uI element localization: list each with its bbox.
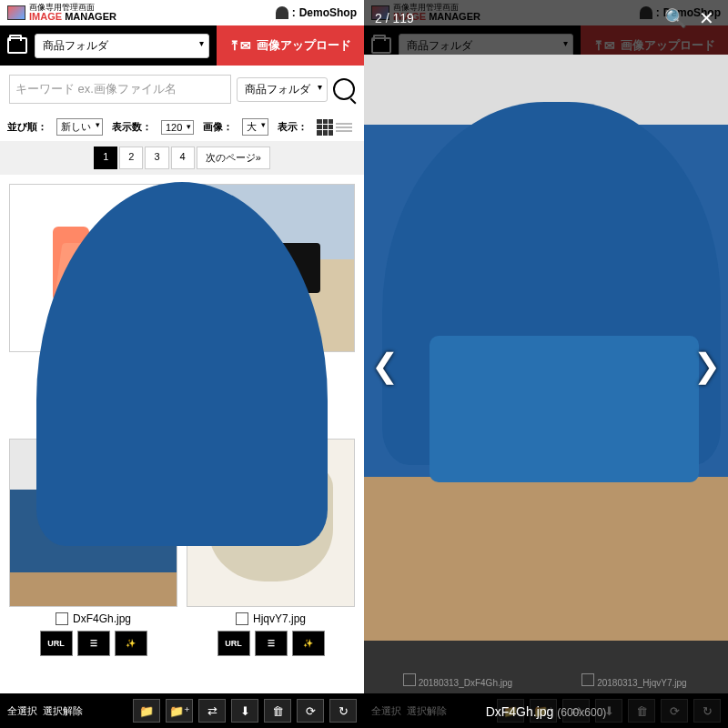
search-input[interactable]: キーワード ex.画像ファイル名 bbox=[9, 75, 231, 104]
thumbnail[interactable] bbox=[9, 439, 177, 607]
count-label: 表示数： bbox=[112, 120, 152, 134]
zoom-icon[interactable]: 🔍 bbox=[664, 7, 686, 29]
footer-rotate-button[interactable]: ↻ bbox=[329, 699, 357, 723]
footer-refresh-button[interactable]: ⟳ bbox=[297, 699, 324, 723]
list-view-icon[interactable] bbox=[336, 119, 352, 136]
size-select[interactable]: 大 bbox=[242, 118, 268, 136]
footer-download-button[interactable]: ⬇ bbox=[231, 699, 258, 723]
lightbox-image bbox=[364, 55, 728, 641]
view-label: 表示： bbox=[278, 120, 308, 134]
user-label: : DemoShop bbox=[276, 6, 357, 19]
count-select[interactable]: 120 bbox=[161, 120, 194, 135]
sort-select[interactable]: 新しい bbox=[56, 118, 103, 136]
app-logo: 画像専用管理画面 IMAGE MANAGER bbox=[7, 4, 116, 22]
item-card: DxF4Gh.jpg URL ☰ ✨ bbox=[9, 439, 177, 684]
prev-arrow-icon[interactable]: ❮ bbox=[371, 347, 399, 385]
magic-button[interactable]: ✨ bbox=[115, 631, 147, 656]
list-button[interactable]: ☰ bbox=[255, 631, 288, 656]
folder-icon bbox=[7, 37, 27, 54]
search-icon[interactable] bbox=[333, 78, 355, 100]
magic-button[interactable]: ✨ bbox=[292, 631, 325, 656]
pagination: 1 2 3 4 次のページ» bbox=[0, 141, 364, 175]
page-2[interactable]: 2 bbox=[119, 147, 143, 169]
list-button[interactable]: ☰ bbox=[77, 631, 110, 656]
page-4[interactable]: 4 bbox=[171, 147, 195, 169]
item-checkbox[interactable] bbox=[236, 612, 248, 625]
lightbox-filename: DxF4Gh.jpg bbox=[486, 704, 554, 719]
lightbox-counter: 2 / 119 bbox=[375, 11, 414, 25]
lightbox-dims: (600x600) bbox=[557, 706, 606, 719]
item-name: HjqvY7.jpg bbox=[253, 612, 306, 625]
upload-button[interactable]: ⤒✉ 画像アップロード bbox=[217, 25, 364, 66]
search-scope-select[interactable]: 商品フォルダ bbox=[237, 77, 328, 102]
url-button[interactable]: URL bbox=[217, 631, 250, 656]
folder-select[interactable]: 商品フォルダ bbox=[35, 34, 209, 58]
item-name: DxF4Gh.jpg bbox=[73, 612, 131, 625]
next-arrow-icon[interactable]: ❯ bbox=[693, 347, 721, 385]
page-1[interactable]: 1 bbox=[94, 147, 117, 169]
item-checkbox[interactable] bbox=[56, 612, 68, 625]
footer-delete-button[interactable]: 🗑 bbox=[264, 699, 291, 723]
footer-folder-button[interactable]: 📁 bbox=[133, 699, 160, 723]
sort-label: 並び順： bbox=[7, 120, 47, 134]
size-label: 画像： bbox=[203, 120, 233, 134]
page-next[interactable]: 次のページ» bbox=[197, 147, 270, 169]
footer-move-button[interactable]: ⇄ bbox=[198, 699, 226, 723]
select-all-button[interactable]: 全選択 bbox=[7, 704, 37, 718]
page-3[interactable]: 3 bbox=[145, 147, 168, 169]
user-icon bbox=[276, 6, 288, 19]
upload-icon: ⤒✉ bbox=[229, 38, 251, 53]
url-button[interactable]: URL bbox=[40, 631, 73, 656]
close-icon[interactable]: ✕ bbox=[695, 7, 717, 29]
deselect-button[interactable]: 選択解除 bbox=[43, 704, 83, 718]
footer-newfolder-button[interactable]: 📁⁺ bbox=[166, 699, 193, 723]
grid-view-icon[interactable] bbox=[317, 119, 333, 136]
